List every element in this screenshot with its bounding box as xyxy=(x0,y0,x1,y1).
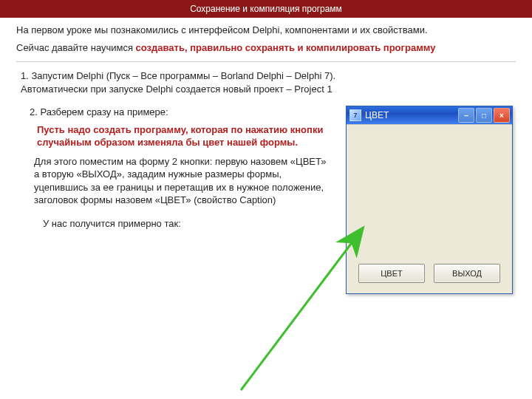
titlebar: 7 ЦВЕТ – □ × xyxy=(347,106,512,124)
minimize-icon[interactable]: – xyxy=(458,108,474,123)
step-2-text: 2. Разберем сразу на примере: Пусть надо… xyxy=(30,106,332,294)
call-plain: Сейчас давайте научимся xyxy=(16,42,136,53)
window-title: ЦВЕТ xyxy=(365,110,458,120)
step-2-task: Пусть надо создать программу, которая по… xyxy=(30,119,332,155)
step-1: 1. Запустим Delphi (Пуск – Все программы… xyxy=(16,69,516,95)
slide-header: Сохранение и компиляция программ xyxy=(0,0,532,18)
form-button-exit[interactable]: ВЫХОД xyxy=(434,264,500,283)
divider xyxy=(16,61,516,62)
step-2-result: У нас получится примерно так: xyxy=(30,213,332,231)
form-designer-area: ЦВЕТ ВЫХОД xyxy=(347,124,512,293)
form-button-color[interactable]: ЦВЕТ xyxy=(358,264,425,283)
delphi-icon: 7 xyxy=(349,109,361,121)
step-2-body: Для этого поместим на форму 2 кнопки: пе… xyxy=(30,155,332,213)
button-label: ВЫХОД xyxy=(452,269,482,278)
intro-paragraph: На первом уроке мы познакомились с интер… xyxy=(16,24,516,37)
slide-title: Сохранение и компиляция программ xyxy=(190,4,342,14)
maximize-icon[interactable]: □ xyxy=(476,108,492,123)
call-paragraph: Сейчас давайте научимся создавать, прави… xyxy=(16,41,516,55)
content-area: На первом уроке мы познакомились с интер… xyxy=(0,18,532,294)
button-label: ЦВЕТ xyxy=(381,269,403,278)
arrow-icon xyxy=(238,350,371,398)
close-icon[interactable]: × xyxy=(494,108,510,123)
delphi-window-mock: 7 ЦВЕТ – □ × ЦВЕТ ВЫХОД xyxy=(346,106,513,294)
step-1-line2: Автоматически при запуске Delphi создает… xyxy=(21,83,332,95)
step-1-line1: 1. Запустим Delphi (Пуск – Все программы… xyxy=(21,70,335,81)
call-emphasis: создавать, правильно сохранять и компили… xyxy=(136,42,436,53)
window-controls: – □ × xyxy=(458,108,510,123)
step-2-lead: 2. Разберем сразу на примере: xyxy=(30,106,332,119)
